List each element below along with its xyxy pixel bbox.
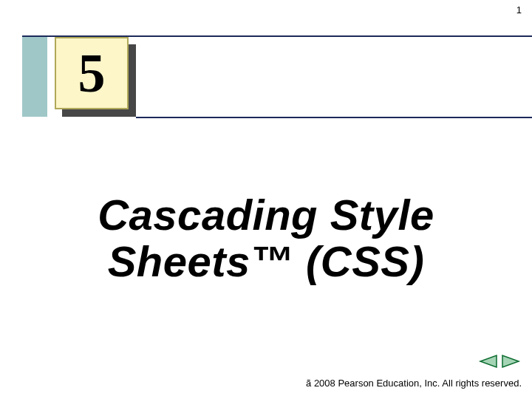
side-accent-band [22,37,47,117]
chapter-box-face: 5 [55,37,129,109]
svg-marker-0 [480,355,497,367]
bottom-rule [136,117,532,118]
footer: ã 2008 Pearson Education, Inc. All right… [0,354,522,389]
copyright-text: ã 2008 Pearson Education, Inc. All right… [0,378,522,389]
slide: 1 5 Cascading StyleSheets™ (CSS) ã 2008 … [0,0,532,399]
chapter-number-box: 5 [55,37,136,117]
chapter-number: 5 [78,46,106,100]
page-number: 1 [516,4,522,16]
svg-marker-1 [502,355,519,367]
slide-title: Cascading StyleSheets™ (CSS) [0,192,532,284]
nav-arrows [477,354,522,372]
next-arrow-icon[interactable] [501,354,522,369]
prev-arrow-icon[interactable] [477,354,498,369]
